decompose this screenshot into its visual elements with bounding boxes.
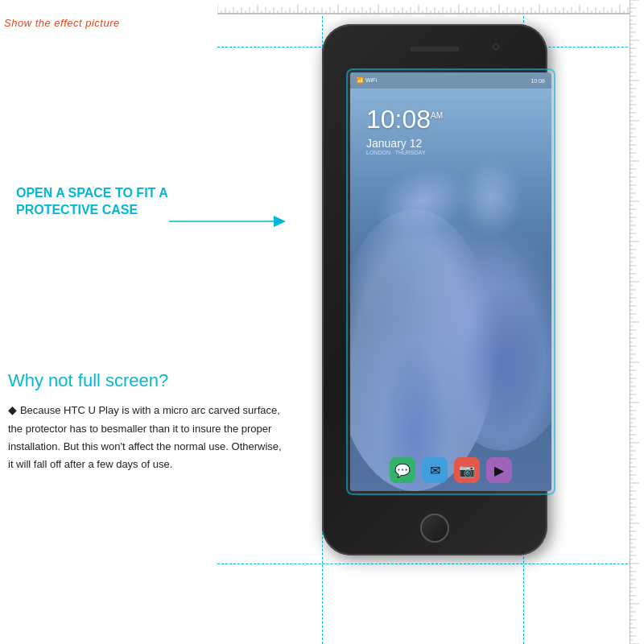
why-body: ◆ Because HTC U Play is with a micro arc…: [8, 401, 282, 473]
why-body-text: Because HTC U Play is with a micro arc c…: [8, 404, 282, 470]
annotation-protective-case: OPEN A SPACE TO FIT A PROTECTIVE CASE: [16, 185, 177, 219]
effect-picture-label: Show the effect picture: [4, 17, 120, 29]
phone-camera-dot: [493, 43, 499, 50]
annotation-arrow: [169, 201, 298, 242]
bullet-diamond: ◆: [8, 403, 20, 416]
phone-wrapper: 📶 WiFi 10:08 10:08AM January 12 LONDON ·…: [306, 24, 564, 572]
glass-protector-overlay: [346, 68, 555, 495]
annotation-text: OPEN A SPACE TO FIT A PROTECTIVE CASE: [16, 185, 177, 219]
why-title: Why not full screen?: [8, 370, 282, 391]
svg-marker-5: [274, 216, 286, 227]
ruler-ticks-top: /* ticks via JS */: [217, 0, 630, 14]
phone-speaker: [411, 47, 459, 52]
phone-case: 📶 WiFi 10:08 10:08AM January 12 LONDON ·…: [322, 24, 547, 555]
why-full-screen-section: Why not full screen? ◆ Because HTC U Pla…: [8, 370, 282, 473]
ruler-ticks-right: [630, 0, 644, 644]
phone-home-button: [420, 514, 449, 543]
